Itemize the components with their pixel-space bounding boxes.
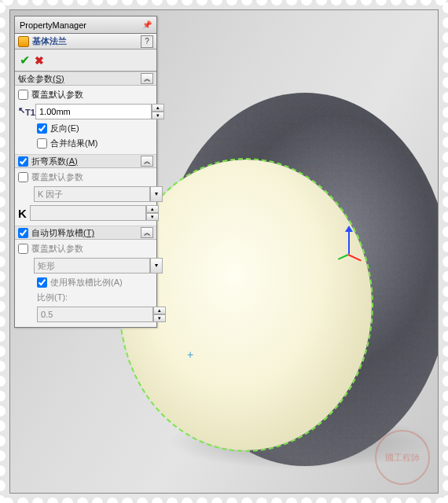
section-header-bend-allowance[interactable]: 折弯系数(A) ︽ — [15, 154, 156, 168]
spin-up-icon[interactable]: ▴ — [153, 307, 166, 314]
model-cylinder[interactable] — [112, 112, 427, 458]
help-button[interactable]: ? — [141, 35, 153, 48]
spin-up-icon[interactable]: ▴ — [146, 205, 159, 213]
section-label: 折弯系数(A) — [31, 156, 78, 167]
relief-type-row: ▾ — [18, 258, 153, 274]
panel-title: PropertyManager — [20, 20, 86, 30]
collapse-icon[interactable]: ︽ — [141, 227, 153, 238]
confirm-row: ✔ ✖ — [15, 50, 156, 72]
collapse-icon[interactable]: ︽ — [141, 73, 153, 84]
k-factor-label: K — [18, 207, 27, 220]
override-defaults-label: 覆盖默认参数 — [31, 171, 83, 183]
property-manager-panel: PropertyManager 📌 基体法兰 ? ✔ ✖ 钣金参数(S) ︽ 覆… — [14, 16, 157, 328]
reverse-checkbox[interactable] — [37, 123, 47, 134]
section-label: 钣金参数(S) — [18, 73, 64, 85]
override-defaults-checkbox[interactable] — [18, 244, 28, 254]
merge-label: 合并结果(M) — [50, 138, 98, 149]
override-defaults-checkbox[interactable] — [18, 172, 28, 182]
section-header-sheet-metal[interactable]: 钣金参数(S) ︽ — [15, 72, 156, 86]
pin-icon[interactable]: 📌 — [142, 20, 152, 29]
spin-down-icon[interactable]: ▾ — [146, 213, 159, 221]
ratio-label: 比例(T): — [37, 292, 68, 303]
reverse-label: 反向(E) — [50, 123, 79, 134]
override-defaults-row[interactable]: 覆盖默认参数 — [18, 243, 153, 255]
feature-header: 基体法兰 ? — [15, 34, 156, 50]
relief-type-value[interactable] — [34, 258, 150, 274]
cancel-button[interactable]: ✖ — [35, 54, 44, 67]
bend-type-value[interactable] — [34, 186, 150, 202]
override-defaults-checkbox[interactable] — [18, 90, 28, 100]
dropdown-icon[interactable]: ▾ — [150, 186, 163, 202]
bend-type-row: ▾ — [18, 186, 153, 202]
base-flange-icon — [18, 36, 29, 47]
spin-down-icon[interactable]: ▾ — [152, 112, 164, 119]
z-axis-icon — [348, 230, 350, 254]
thickness-row: ↖T1 ▴▾ — [18, 104, 153, 119]
bend-type-dropdown[interactable]: ▾ — [34, 186, 163, 202]
bend-allowance-enable-checkbox[interactable] — [18, 156, 28, 167]
section-body-sheet-metal: 覆盖默认参数 ↖T1 ▴▾ 反向(E) 合并结果(M) — [15, 86, 156, 154]
section-label: 自动切释放槽(T) — [31, 227, 94, 239]
auto-relief-enable-checkbox[interactable] — [18, 228, 28, 238]
override-defaults-row[interactable]: 覆盖默认参数 — [18, 89, 153, 101]
k-factor-spinbox[interactable]: ▴▾ — [30, 205, 159, 221]
override-defaults-row[interactable]: 覆盖默认参数 — [18, 171, 153, 183]
relief-type-dropdown[interactable]: ▾ — [34, 258, 163, 274]
thickness-input[interactable] — [35, 104, 152, 119]
k-factor-row: K ▴▾ — [18, 205, 153, 221]
use-ratio-checkbox[interactable] — [37, 277, 47, 288]
ok-button[interactable]: ✔ — [20, 53, 30, 68]
spin-up-icon[interactable]: ▴ — [152, 104, 164, 112]
spin-down-icon[interactable]: ▾ — [153, 314, 166, 322]
ratio-value-row: ▴▾ — [18, 307, 153, 322]
dropdown-icon[interactable]: ▾ — [150, 258, 163, 274]
merge-row[interactable]: 合并结果(M) — [18, 138, 153, 149]
ratio-label-row: 比例(T): — [18, 292, 153, 303]
reverse-row[interactable]: 反向(E) — [18, 123, 153, 134]
section-body-auto-relief: 覆盖默认参数 ▾ 使用释放槽比例(A) 比例(T): ▴▾ — [15, 240, 156, 327]
collapse-icon[interactable]: ︽ — [141, 156, 153, 167]
center-marker-icon: + — [187, 348, 193, 361]
watermark: 國工程師 — [375, 430, 430, 485]
thickness-icon: ↖T1 — [18, 105, 32, 117]
thickness-spinbox[interactable]: ▴▾ — [35, 104, 164, 119]
ratio-input[interactable] — [37, 307, 153, 322]
feature-title: 基体法兰 — [32, 35, 67, 47]
panel-titlebar[interactable]: PropertyManager 📌 — [15, 17, 156, 34]
override-defaults-label: 覆盖默认参数 — [31, 89, 83, 101]
ratio-spinbox[interactable]: ▴▾ — [37, 307, 166, 322]
merge-checkbox[interactable] — [37, 138, 47, 149]
use-ratio-row[interactable]: 使用释放槽比例(A) — [18, 277, 153, 288]
section-header-auto-relief[interactable]: 自动切释放槽(T) ︽ — [15, 226, 156, 240]
override-defaults-label: 覆盖默认参数 — [31, 243, 83, 255]
use-ratio-label: 使用释放槽比例(A) — [50, 277, 123, 288]
section-body-bend-allowance: 覆盖默认参数 ▾ K ▴▾ — [15, 168, 156, 226]
k-factor-input[interactable] — [30, 205, 146, 221]
